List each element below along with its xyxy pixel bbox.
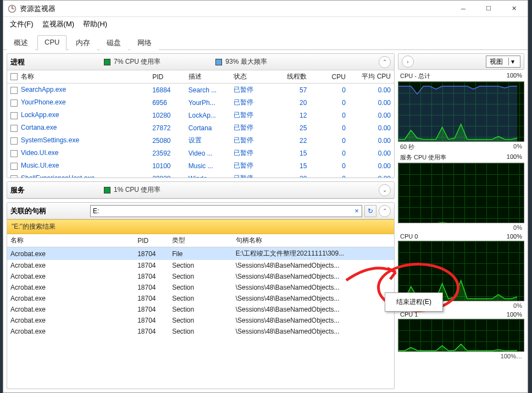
processes-title: 进程 [10, 57, 43, 67]
graph-canvas [398, 163, 524, 223]
graph-title: CPU 1 [400, 311, 418, 318]
refresh-button[interactable]: ↻ [364, 205, 376, 217]
graph-top-label: 100% [507, 311, 522, 318]
services-cpu-metric: 1% CPU 使用率 [104, 185, 160, 195]
graph-title: CPU 0 [400, 233, 418, 240]
tab-cpu[interactable]: CPU [37, 35, 66, 50]
menu-help[interactable]: 帮助(H) [80, 18, 110, 31]
handle-row[interactable]: Acrobat.exe18704FileE:\工程竣工文件整理20211111\… [7, 247, 394, 261]
processes-table[interactable]: 名称 PID 描述 状态 线程数 CPU 平均 CPU SearchApp.ex… [7, 70, 394, 178]
handle-row[interactable]: Acrobat.exe18704Section\Sessions\48\Base… [7, 271, 394, 282]
handles-search-input[interactable] [91, 207, 352, 215]
clear-search-button[interactable]: × [352, 207, 362, 215]
menubar: 文件(F) 监视器(M) 帮助(H) [3, 17, 528, 31]
row-checkbox[interactable] [10, 150, 18, 157]
row-checkbox[interactable] [10, 175, 18, 178]
tab-network[interactable]: 网络 [130, 35, 159, 50]
graph-top-label: 100% [507, 72, 522, 80]
app-icon [8, 4, 16, 13]
tabs: 概述 CPU 内存 磁盘 网络 [3, 31, 528, 50]
row-checkbox[interactable] [10, 125, 18, 132]
maximize-button[interactable]: ☐ [476, 1, 501, 17]
close-button[interactable]: ✕ [501, 1, 527, 17]
graph-br: 0% [513, 224, 522, 231]
chevron-up-icon: ⌃ [383, 59, 387, 65]
handle-row[interactable]: Acrobat.exe18704Section\Sessions\48\Base… [7, 293, 394, 304]
row-checkbox[interactable] [10, 99, 18, 107]
graph-title: CPU - 总计 [400, 72, 430, 80]
graph-br: 100%… [501, 353, 522, 359]
handle-row[interactable]: Acrobat.exe18704Section\Sessions\48\Base… [7, 326, 394, 337]
process-row[interactable]: YourPhone.exe6956YourPh...已暂停2000.00 [7, 96, 394, 109]
row-checkbox[interactable] [10, 163, 18, 170]
row-checkbox[interactable] [10, 87, 18, 94]
graph-g1: CPU - 总计100%60 秒0% [398, 72, 524, 151]
graph-g2: 服务 CPU 使用率100%0% [398, 153, 524, 231]
processes-collapse-button[interactable]: ⌃ [379, 56, 391, 68]
col-threads[interactable]: 线程数 [271, 70, 310, 84]
chevron-right-icon: › [407, 59, 408, 65]
process-row[interactable]: Music.UI.exe10100Music ...已暂停1500.00 [7, 159, 394, 172]
hcol-hname[interactable]: 句柄名称 [232, 234, 394, 247]
handles-table[interactable]: 名称 PID 类型 句柄名称 Acrobat.exe18704FileE:\工程… [7, 234, 394, 337]
handles-title: 关联的句柄 [10, 206, 46, 216]
hcol-pid[interactable]: PID [134, 234, 169, 247]
chevron-up-icon: ⌃ [383, 208, 387, 214]
chevron-down-icon: ⌄ [383, 187, 387, 193]
services-panel: 服务 1% CPU 使用率 ⌄ [7, 181, 395, 199]
graph-title: 服务 CPU 使用率 [400, 153, 446, 162]
col-avgcpu[interactable]: 平均 CPU [349, 70, 394, 84]
check-all[interactable] [10, 73, 18, 80]
process-row[interactable]: Video.UI.exe23592Video ...已暂停1500.00 [7, 147, 394, 159]
menu-end-process[interactable]: 结束进程(E) [386, 295, 441, 309]
col-status[interactable]: 状态 [230, 70, 271, 84]
graphs-header: › 视图▾ [398, 53, 524, 70]
max-freq-metric: 93% 最大频率 [215, 57, 267, 67]
tab-overview[interactable]: 概述 [7, 35, 35, 50]
col-desc[interactable]: 描述 [185, 70, 230, 84]
process-row[interactable]: Cortana.exe27872Cortana已暂停2500.00 [7, 121, 394, 134]
tab-memory[interactable]: 内存 [69, 35, 97, 50]
graph-g4: CPU 1100%100%… [398, 311, 524, 359]
handle-row[interactable]: Acrobat.exe18704Section\Sessions\48\Base… [7, 315, 394, 326]
titlebar: 资源监视器 ─ ☐ ✕ [3, 1, 528, 17]
graph-bl: 60 秒 [400, 143, 414, 151]
window-title: 资源监视器 [20, 4, 56, 14]
graph-top-label: 100% [507, 153, 522, 162]
process-row[interactable]: SearchApp.exe16884Search ...已暂停5700.00 [7, 84, 394, 97]
graph-top-label: 100% [507, 233, 522, 240]
process-row[interactable]: ShellExperienceHost.exe23828Windo...已暂停2… [7, 172, 394, 178]
row-checkbox[interactable] [10, 112, 18, 119]
graph-canvas [398, 319, 524, 352]
graphs-expand-button[interactable]: › [402, 56, 414, 68]
menu-monitor[interactable]: 监视器(M) [39, 18, 78, 31]
hcol-type[interactable]: 类型 [169, 234, 232, 247]
handles-panel: 关联的句柄 × ↻ ⌃ "E:"的搜索结果 名称 PID [7, 202, 395, 389]
graph-br: 0% [513, 302, 522, 309]
handle-row[interactable]: Acrobat.exe18704Section\Sessions\48\Base… [7, 304, 394, 315]
graph-br: 0% [513, 143, 522, 151]
minimize-button[interactable]: ─ [451, 1, 476, 17]
row-checkbox[interactable] [10, 137, 18, 145]
handles-collapse-button[interactable]: ⌃ [379, 205, 391, 217]
handles-search-box: × [90, 205, 362, 217]
view-dropdown[interactable]: 视图▾ [486, 56, 520, 68]
services-expand-button[interactable]: ⌄ [379, 184, 391, 196]
handle-row[interactable]: Acrobat.exe18704Section\Sessions\48\Base… [7, 260, 394, 271]
tab-disk[interactable]: 磁盘 [99, 35, 128, 50]
hcol-name[interactable]: 名称 [7, 234, 134, 247]
col-name[interactable]: 名称 [21, 73, 34, 80]
processes-panel: 进程 7% CPU 使用率 93% 最大频率 ⌃ 名称 PID 描述 [7, 53, 395, 178]
col-pid[interactable]: PID [149, 70, 185, 84]
cpu-usage-metric: 7% CPU 使用率 [104, 57, 160, 67]
col-cpu[interactable]: CPU [310, 70, 348, 84]
refresh-icon: ↻ [368, 207, 373, 215]
resource-monitor-window: 资源监视器 ─ ☐ ✕ 文件(F) 监视器(M) 帮助(H) 概述 CPU 内存… [3, 0, 528, 393]
process-row[interactable]: LockApp.exe10280LockAp...已暂停1200.00 [7, 109, 394, 121]
menu-file[interactable]: 文件(F) [7, 18, 37, 31]
handle-row[interactable]: Acrobat.exe18704Section\Sessions\48\Base… [7, 282, 394, 293]
process-row[interactable]: SystemSettings.exe25080设置已暂停2200.00 [7, 134, 394, 147]
search-results-banner: "E:"的搜索结果 [7, 219, 394, 234]
services-title: 服务 [10, 185, 43, 195]
graph-canvas [398, 81, 524, 142]
